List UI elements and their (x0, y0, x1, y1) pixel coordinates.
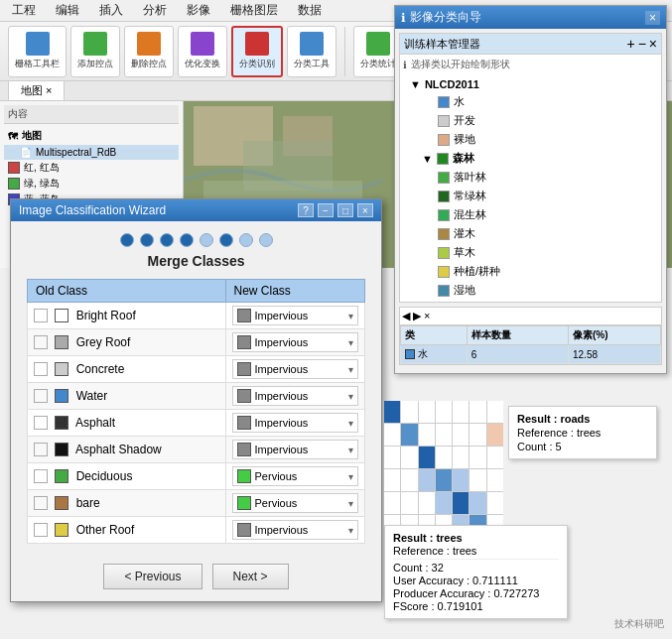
new-class-cell: Impervious ▾ (225, 329, 364, 356)
sample-table-panel: ◀ ▶ × 类 样本数量 像素(%) (399, 307, 662, 365)
col-old-class: Old Class (28, 280, 226, 303)
legend-item-red: 红, 红岛 (4, 160, 179, 176)
menu-analysis[interactable]: 分析 (139, 0, 171, 21)
old-class-cell: Water (28, 383, 226, 410)
tree-item-water[interactable]: 水 (402, 92, 659, 111)
merge-table-row[interactable]: Asphalt Impervious ▾ (28, 410, 365, 437)
next-button[interactable]: Next > (212, 564, 289, 589)
table-row-water[interactable]: 水 6 12.58 (401, 345, 661, 364)
cell-1-3 (436, 424, 452, 446)
wizard-minimize-btn[interactable]: − (318, 203, 334, 217)
legend-item-green: 绿, 绿岛 (4, 176, 179, 192)
wizard-titlebar: Image Classification Wizard ? − □ × (11, 199, 381, 221)
merge-table-row[interactable]: Other Roof Impervious ▾ (28, 517, 365, 544)
tree-item-evergreen[interactable]: 常绿林 (402, 187, 659, 205)
new-class-select[interactable]: Impervious ▾ (232, 440, 358, 459)
tree-item-bare[interactable]: 裸地 (402, 130, 659, 149)
menu-data[interactable]: 数据 (294, 0, 326, 21)
new-class-select[interactable]: Impervious ▾ (232, 306, 358, 325)
merge-table-row[interactable]: Asphalt Shadow Impervious ▾ (28, 437, 365, 463)
old-class-name: Bright Roof (76, 309, 136, 322)
wizard-maximize-btn[interactable]: □ (337, 203, 353, 217)
toolbar-label-5: 分类识别 (239, 58, 275, 70)
merge-table-row[interactable]: Concrete Impervious ▾ (28, 356, 365, 383)
toolbar-icon-7 (366, 32, 390, 56)
old-class-color (55, 309, 68, 322)
wizard-help-btn[interactable]: ? (298, 203, 314, 217)
label-bare: 裸地 (454, 132, 475, 147)
new-class-select[interactable]: Impervious ▾ (232, 386, 358, 406)
toolbar-btn-5[interactable]: 分类识别 (231, 26, 283, 77)
new-class-color-box (237, 389, 251, 403)
menu-edit[interactable]: 编辑 (52, 0, 83, 21)
tooltip-trees: Result : trees Reference : trees Count :… (384, 525, 568, 619)
tab-map[interactable]: 地图 × (8, 80, 65, 100)
toolbar-btn-3[interactable]: 删除控点 (124, 26, 174, 77)
cell-1-6 (487, 424, 503, 446)
tooltip-roads: Result : roads Reference : trees Count :… (508, 406, 657, 459)
tree-item-shrub[interactable]: 灌木 (402, 224, 659, 243)
progress-dots (27, 233, 365, 247)
previous-button[interactable]: < Previous (103, 564, 202, 589)
menu-imagery[interactable]: 影像 (183, 0, 214, 21)
color-wetland (438, 285, 450, 297)
tree-item-grass[interactable]: 草木 (402, 243, 659, 262)
right-classification-panel[interactable]: ℹ 影像分类向导 × 训练样本管理器 + − × ℹ 选择类以开始绘制形状 (394, 5, 667, 374)
legend-label-green: 绿, 绿岛 (24, 177, 60, 191)
table-toolbar: ◀ ▶ × (400, 308, 661, 325)
sidebar-item-layer[interactable]: 📄 Multispectral_RdB (4, 145, 179, 160)
training-manager-panel: 训练样本管理器 + − × ℹ 选择类以开始绘制形状 ▼ NLCD2011 (399, 33, 662, 303)
tree-root[interactable]: ▼ NLCD2011 (402, 76, 659, 92)
merge-table-row[interactable]: Water Impervious ▾ (28, 383, 365, 410)
tree-item-crop[interactable]: 种植/耕种 (402, 262, 659, 281)
new-class-select[interactable]: Impervious ▾ (232, 332, 358, 352)
cell-0-5 (470, 401, 485, 423)
toolbar-btn-1[interactable]: 栅格工具栏 (8, 26, 67, 77)
merge-table-row[interactable]: Bright Roof Impervious ▾ (28, 303, 365, 329)
sidebar-item-map[interactable]: 🗺 地图 (4, 127, 179, 145)
legend-label-red: 红, 红岛 (24, 161, 60, 175)
toolbar-btn-6[interactable]: 分类工具 (287, 26, 336, 77)
label-shrub: 灌木 (454, 226, 475, 241)
draw-hint-text: 选择类以开始绘制形状 (411, 58, 510, 71)
new-class-select[interactable]: Pervious ▾ (232, 466, 358, 486)
class-tree: ▼ NLCD2011 水 开发 裸地 (400, 74, 661, 302)
new-class-select[interactable]: Impervious ▾ (232, 359, 358, 379)
new-class-select[interactable]: Impervious ▾ (232, 520, 358, 540)
legend-color-red (8, 162, 20, 174)
map-label: 地图 (22, 129, 42, 143)
wizard-step-title: Merge Classes (27, 253, 365, 269)
training-manager-label: 训练样本管理器 (404, 37, 480, 52)
toolbar-btn-4[interactable]: 优化变换 (178, 26, 227, 77)
table-btn-right[interactable]: ▶ (413, 310, 421, 322)
toolbar-btn-2[interactable]: 添加控点 (70, 26, 120, 77)
btn-add-sample[interactable]: + (626, 36, 634, 52)
tree-item-develop[interactable]: 开发 (402, 111, 659, 130)
tree-root-label: NLCD2011 (425, 78, 479, 90)
menu-insert[interactable]: 插入 (95, 0, 127, 21)
new-class-select[interactable]: Impervious ▾ (232, 413, 358, 433)
right-panel-close[interactable]: × (645, 11, 660, 25)
menu-raster[interactable]: 栅格图层 (226, 0, 282, 21)
new-class-label: Impervious (255, 390, 309, 402)
btn-delete-sample[interactable]: − (638, 36, 646, 52)
tab-map-label: 地图 × (21, 84, 52, 96)
right-panel-body: 训练样本管理器 + − × ℹ 选择类以开始绘制形状 ▼ NLCD2011 (395, 29, 666, 373)
tree-item-wetland[interactable]: 湿地 (402, 281, 659, 300)
toolbar-icon-6 (300, 32, 324, 56)
tree-item-mixed[interactable]: 混生林 (402, 205, 659, 224)
new-class-select[interactable]: Pervious ▾ (232, 493, 358, 513)
menu-project[interactable]: 工程 (8, 0, 40, 21)
wizard-close-btn[interactable]: × (357, 203, 373, 217)
btn-more-sample[interactable]: × (649, 36, 657, 52)
table-btn-delete[interactable]: × (424, 310, 430, 322)
table-btn-left[interactable]: ◀ (402, 310, 410, 322)
merge-table-row[interactable]: Deciduous Pervious ▾ (28, 463, 365, 490)
merge-table-row[interactable]: bare Pervious ▾ (28, 490, 365, 517)
old-class-cell: Asphalt (28, 410, 226, 437)
merge-table-row[interactable]: Grey Roof Impervious ▾ (28, 329, 365, 356)
tree-item-forest[interactable]: ▼ 森林 (402, 149, 659, 168)
wizard-dialog: Image Classification Wizard ? − □ × Merg… (10, 198, 382, 602)
dot-7 (239, 233, 253, 247)
tree-item-deciduous[interactable]: 落叶林 (402, 168, 659, 187)
